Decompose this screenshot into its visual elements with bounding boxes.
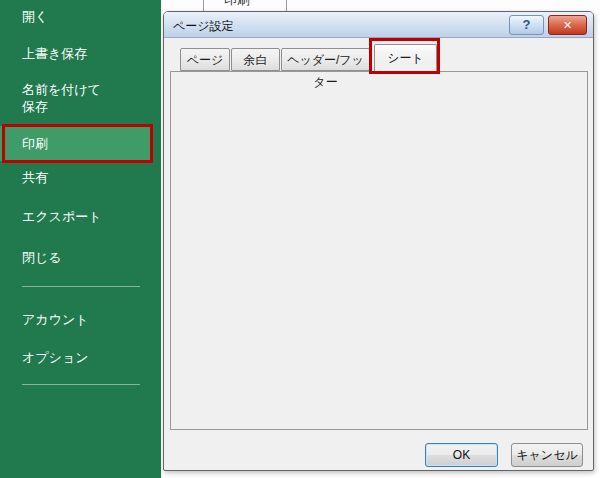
sidebar-item-options[interactable]: オプション — [22, 349, 89, 366]
help-button[interactable]: ? — [509, 15, 544, 35]
tab-page[interactable]: ページ — [180, 48, 230, 71]
toolbar-divider — [203, 0, 204, 11]
sidebar-item-share[interactable]: 共有 — [22, 169, 48, 186]
close-button[interactable]: ✕ — [548, 15, 587, 35]
toolbar-divider — [286, 0, 287, 11]
sidebar-item-close[interactable]: 閉じる — [22, 249, 62, 266]
sheet-tab-pane — [170, 71, 588, 430]
sidebar-separator — [22, 286, 140, 287]
tab-margins[interactable]: 余白 — [231, 48, 280, 71]
ok-button[interactable]: OK — [425, 443, 498, 467]
sidebar-item-account[interactable]: アカウント — [22, 311, 89, 328]
sidebar-item-print[interactable]: 印刷 — [22, 135, 48, 152]
dialog-titlebar: ページ設定 ? ✕ — [164, 12, 593, 38]
page-setup-dialog: ページ設定 ? ✕ ページ 余白 ヘッダー/フッター シート 印刷範囲(A): — [163, 11, 594, 471]
help-icon: ? — [523, 17, 531, 32]
sidebar-separator — [22, 384, 140, 385]
tab-sheet[interactable]: シート — [374, 44, 437, 72]
close-icon: ✕ — [563, 19, 572, 31]
dialog-title: ページ設定 — [173, 18, 234, 35]
clipped-print-label: 印刷 — [224, 0, 250, 9]
sidebar-item-saveas[interactable]: 名前を付けて 保存 — [22, 81, 101, 115]
background-toolbar-strip: 印刷 — [161, 0, 600, 11]
screen: 印刷 開く 上書き保存 名前を付けて 保存 印刷 共有 エクスポート 閉じる ア… — [0, 0, 600, 478]
sidebar-item-export[interactable]: エクスポート — [22, 208, 102, 225]
sidebar-item-save[interactable]: 上書き保存 — [22, 45, 87, 62]
cancel-button[interactable]: キャンセル — [511, 443, 583, 467]
backstage-sidebar: 開く 上書き保存 名前を付けて 保存 印刷 共有 エクスポート 閉じる アカウン… — [0, 0, 161, 478]
sidebar-item-open[interactable]: 開く — [22, 8, 48, 25]
tab-header-footer[interactable]: ヘッダー/フッター — [281, 48, 370, 71]
